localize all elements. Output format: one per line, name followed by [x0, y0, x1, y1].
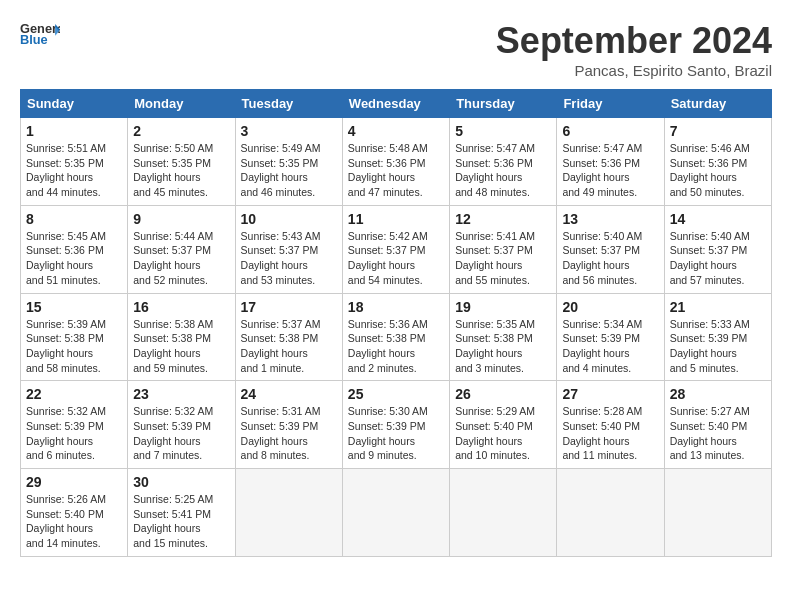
- col-friday: Friday: [557, 90, 664, 118]
- week-row-5: 29 Sunrise: 5:26 AM Sunset: 5:40 PM Dayl…: [21, 469, 772, 557]
- day-info: Sunrise: 5:31 AM Sunset: 5:39 PM Dayligh…: [241, 404, 337, 463]
- day-info: Sunrise: 5:29 AM Sunset: 5:40 PM Dayligh…: [455, 404, 551, 463]
- calendar-cell: 7 Sunrise: 5:46 AM Sunset: 5:36 PM Dayli…: [664, 118, 771, 206]
- calendar-cell: 14 Sunrise: 5:40 AM Sunset: 5:37 PM Dayl…: [664, 205, 771, 293]
- day-info: Sunrise: 5:50 AM Sunset: 5:35 PM Dayligh…: [133, 141, 229, 200]
- col-saturday: Saturday: [664, 90, 771, 118]
- page-header: General Blue September 2024 Pancas, Espi…: [20, 20, 772, 79]
- week-row-3: 15 Sunrise: 5:39 AM Sunset: 5:38 PM Dayl…: [21, 293, 772, 381]
- calendar-cell: 6 Sunrise: 5:47 AM Sunset: 5:36 PM Dayli…: [557, 118, 664, 206]
- location-subtitle: Pancas, Espirito Santo, Brazil: [496, 62, 772, 79]
- day-info: Sunrise: 5:37 AM Sunset: 5:38 PM Dayligh…: [241, 317, 337, 376]
- day-number: 19: [455, 299, 551, 315]
- calendar-header-row: Sunday Monday Tuesday Wednesday Thursday…: [21, 90, 772, 118]
- day-number: 18: [348, 299, 444, 315]
- logo-icon: General Blue: [20, 20, 60, 48]
- day-number: 16: [133, 299, 229, 315]
- day-info: Sunrise: 5:28 AM Sunset: 5:40 PM Dayligh…: [562, 404, 658, 463]
- day-number: 14: [670, 211, 766, 227]
- col-monday: Monday: [128, 90, 235, 118]
- title-block: September 2024 Pancas, Espirito Santo, B…: [496, 20, 772, 79]
- day-number: 2: [133, 123, 229, 139]
- calendar-cell: 22 Sunrise: 5:32 AM Sunset: 5:39 PM Dayl…: [21, 381, 128, 469]
- day-number: 17: [241, 299, 337, 315]
- week-row-4: 22 Sunrise: 5:32 AM Sunset: 5:39 PM Dayl…: [21, 381, 772, 469]
- day-info: Sunrise: 5:42 AM Sunset: 5:37 PM Dayligh…: [348, 229, 444, 288]
- week-row-1: 1 Sunrise: 5:51 AM Sunset: 5:35 PM Dayli…: [21, 118, 772, 206]
- svg-text:Blue: Blue: [20, 32, 48, 47]
- calendar-cell: [450, 469, 557, 557]
- calendar-cell: 24 Sunrise: 5:31 AM Sunset: 5:39 PM Dayl…: [235, 381, 342, 469]
- calendar-cell: 1 Sunrise: 5:51 AM Sunset: 5:35 PM Dayli…: [21, 118, 128, 206]
- calendar-cell: 13 Sunrise: 5:40 AM Sunset: 5:37 PM Dayl…: [557, 205, 664, 293]
- calendar-cell: [342, 469, 449, 557]
- col-thursday: Thursday: [450, 90, 557, 118]
- day-info: Sunrise: 5:46 AM Sunset: 5:36 PM Dayligh…: [670, 141, 766, 200]
- day-info: Sunrise: 5:35 AM Sunset: 5:38 PM Dayligh…: [455, 317, 551, 376]
- day-number: 8: [26, 211, 122, 227]
- calendar-cell: 19 Sunrise: 5:35 AM Sunset: 5:38 PM Dayl…: [450, 293, 557, 381]
- calendar-cell: 23 Sunrise: 5:32 AM Sunset: 5:39 PM Dayl…: [128, 381, 235, 469]
- day-number: 13: [562, 211, 658, 227]
- day-info: Sunrise: 5:36 AM Sunset: 5:38 PM Dayligh…: [348, 317, 444, 376]
- col-wednesday: Wednesday: [342, 90, 449, 118]
- calendar-cell: 9 Sunrise: 5:44 AM Sunset: 5:37 PM Dayli…: [128, 205, 235, 293]
- calendar-cell: 16 Sunrise: 5:38 AM Sunset: 5:38 PM Dayl…: [128, 293, 235, 381]
- day-info: Sunrise: 5:40 AM Sunset: 5:37 PM Dayligh…: [670, 229, 766, 288]
- day-info: Sunrise: 5:26 AM Sunset: 5:40 PM Dayligh…: [26, 492, 122, 551]
- day-number: 30: [133, 474, 229, 490]
- day-info: Sunrise: 5:49 AM Sunset: 5:35 PM Dayligh…: [241, 141, 337, 200]
- day-info: Sunrise: 5:47 AM Sunset: 5:36 PM Dayligh…: [455, 141, 551, 200]
- calendar-cell: 15 Sunrise: 5:39 AM Sunset: 5:38 PM Dayl…: [21, 293, 128, 381]
- day-number: 15: [26, 299, 122, 315]
- day-number: 21: [670, 299, 766, 315]
- calendar-cell: 10 Sunrise: 5:43 AM Sunset: 5:37 PM Dayl…: [235, 205, 342, 293]
- day-info: Sunrise: 5:45 AM Sunset: 5:36 PM Dayligh…: [26, 229, 122, 288]
- day-info: Sunrise: 5:39 AM Sunset: 5:38 PM Dayligh…: [26, 317, 122, 376]
- day-number: 10: [241, 211, 337, 227]
- day-number: 29: [26, 474, 122, 490]
- calendar-cell: 26 Sunrise: 5:29 AM Sunset: 5:40 PM Dayl…: [450, 381, 557, 469]
- day-number: 1: [26, 123, 122, 139]
- calendar-cell: 5 Sunrise: 5:47 AM Sunset: 5:36 PM Dayli…: [450, 118, 557, 206]
- day-info: Sunrise: 5:51 AM Sunset: 5:35 PM Dayligh…: [26, 141, 122, 200]
- calendar-table: Sunday Monday Tuesday Wednesday Thursday…: [20, 89, 772, 557]
- day-number: 24: [241, 386, 337, 402]
- calendar-cell: 17 Sunrise: 5:37 AM Sunset: 5:38 PM Dayl…: [235, 293, 342, 381]
- calendar-cell: [235, 469, 342, 557]
- calendar-cell: 27 Sunrise: 5:28 AM Sunset: 5:40 PM Dayl…: [557, 381, 664, 469]
- calendar-cell: 20 Sunrise: 5:34 AM Sunset: 5:39 PM Dayl…: [557, 293, 664, 381]
- day-number: 26: [455, 386, 551, 402]
- day-info: Sunrise: 5:40 AM Sunset: 5:37 PM Dayligh…: [562, 229, 658, 288]
- day-number: 20: [562, 299, 658, 315]
- calendar-cell: 18 Sunrise: 5:36 AM Sunset: 5:38 PM Dayl…: [342, 293, 449, 381]
- calendar-cell: 29 Sunrise: 5:26 AM Sunset: 5:40 PM Dayl…: [21, 469, 128, 557]
- month-title: September 2024: [496, 20, 772, 62]
- logo: General Blue: [20, 20, 60, 48]
- day-info: Sunrise: 5:25 AM Sunset: 5:41 PM Dayligh…: [133, 492, 229, 551]
- day-number: 4: [348, 123, 444, 139]
- day-info: Sunrise: 5:47 AM Sunset: 5:36 PM Dayligh…: [562, 141, 658, 200]
- calendar-cell: 21 Sunrise: 5:33 AM Sunset: 5:39 PM Dayl…: [664, 293, 771, 381]
- day-info: Sunrise: 5:43 AM Sunset: 5:37 PM Dayligh…: [241, 229, 337, 288]
- col-sunday: Sunday: [21, 90, 128, 118]
- day-number: 12: [455, 211, 551, 227]
- day-info: Sunrise: 5:32 AM Sunset: 5:39 PM Dayligh…: [26, 404, 122, 463]
- calendar-cell: [557, 469, 664, 557]
- col-tuesday: Tuesday: [235, 90, 342, 118]
- calendar-cell: 28 Sunrise: 5:27 AM Sunset: 5:40 PM Dayl…: [664, 381, 771, 469]
- day-number: 11: [348, 211, 444, 227]
- day-number: 28: [670, 386, 766, 402]
- calendar-cell: 12 Sunrise: 5:41 AM Sunset: 5:37 PM Dayl…: [450, 205, 557, 293]
- day-number: 9: [133, 211, 229, 227]
- day-number: 23: [133, 386, 229, 402]
- day-info: Sunrise: 5:44 AM Sunset: 5:37 PM Dayligh…: [133, 229, 229, 288]
- calendar-cell: 3 Sunrise: 5:49 AM Sunset: 5:35 PM Dayli…: [235, 118, 342, 206]
- calendar-cell: 8 Sunrise: 5:45 AM Sunset: 5:36 PM Dayli…: [21, 205, 128, 293]
- day-info: Sunrise: 5:38 AM Sunset: 5:38 PM Dayligh…: [133, 317, 229, 376]
- day-number: 7: [670, 123, 766, 139]
- day-info: Sunrise: 5:41 AM Sunset: 5:37 PM Dayligh…: [455, 229, 551, 288]
- day-number: 3: [241, 123, 337, 139]
- day-info: Sunrise: 5:27 AM Sunset: 5:40 PM Dayligh…: [670, 404, 766, 463]
- day-info: Sunrise: 5:32 AM Sunset: 5:39 PM Dayligh…: [133, 404, 229, 463]
